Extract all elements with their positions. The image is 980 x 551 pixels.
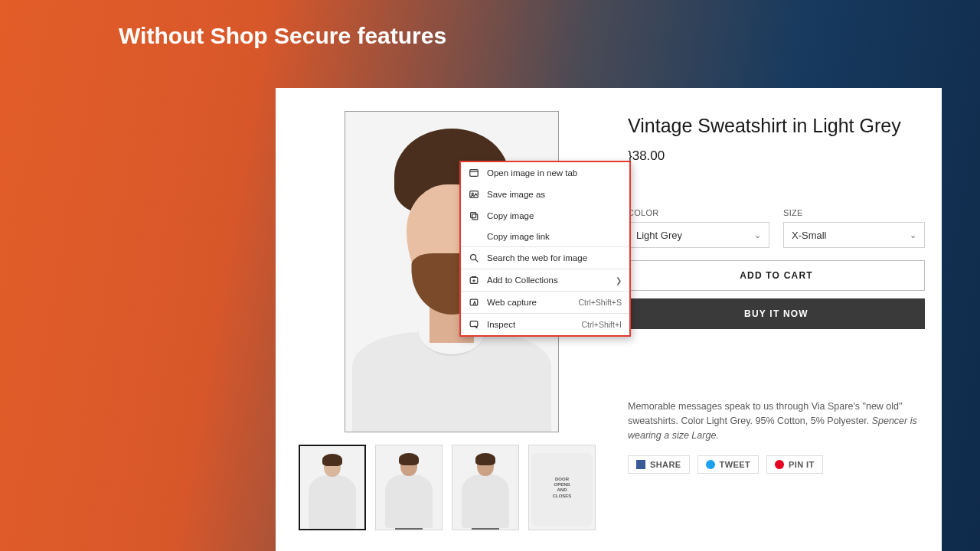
collections-icon	[469, 275, 479, 285]
thumbnail-row: DOOR OPENS AND CLOSES	[299, 445, 605, 530]
product-details: Vintage Sweatshirt in Light Grey }38.00 …	[628, 111, 925, 530]
search-icon	[469, 253, 479, 263]
social-share-row: SHARE TWEET PIN IT	[628, 455, 925, 474]
product-title: Vintage Sweatshirt in Light Grey	[628, 114, 925, 138]
ctx-copy-image-link-label: Copy image link	[487, 232, 622, 241]
svg-point-2	[472, 193, 473, 194]
thumbnail-2[interactable]	[375, 445, 443, 530]
ctx-web-capture-label: Web capture	[487, 298, 570, 307]
ctx-open-new-tab-label: Open image in new tab	[487, 168, 622, 178]
option-size-label: SIZE	[783, 208, 925, 217]
size-select-value: X-Small	[792, 230, 827, 241]
ctx-copy-image-link[interactable]: Copy image link	[461, 227, 629, 246]
svg-rect-3	[471, 213, 476, 218]
add-to-cart-button[interactable]: ADD TO CART	[628, 260, 925, 291]
svg-rect-8	[470, 321, 478, 327]
thumbnail-1[interactable]	[299, 445, 366, 530]
ctx-save-image-as-label: Save image as	[487, 190, 622, 199]
description-text: Memorable messages speak to us through V…	[628, 401, 902, 426]
product-price: }38.00	[628, 148, 925, 164]
svg-rect-4	[472, 214, 478, 220]
share-pinterest-button[interactable]: PIN IT	[766, 455, 823, 474]
ctx-add-to-collections-label: Add to Collections	[487, 276, 608, 285]
chevron-down-icon: ⌄	[754, 230, 761, 240]
size-select[interactable]: X-Small ⌄	[783, 222, 925, 248]
product-description: Memorable messages speak to us through V…	[628, 399, 925, 442]
ctx-web-capture[interactable]: Web capture Ctrl+Shift+S	[461, 292, 629, 313]
svg-point-5	[471, 255, 476, 260]
ctx-inspect-accel: Ctrl+Shift+I	[581, 320, 622, 329]
chevron-right-icon: ❯	[616, 276, 622, 285]
ctx-search-web[interactable]: Search the web for image	[461, 247, 629, 269]
ctx-open-new-tab[interactable]: Open image in new tab	[461, 162, 629, 184]
pin-label: PIN IT	[789, 460, 815, 469]
web-capture-icon	[469, 297, 479, 308]
ctx-save-image-as[interactable]: Save image as	[461, 184, 629, 205]
thumbnail-4[interactable]: DOOR OPENS AND CLOSES	[528, 445, 596, 530]
buy-now-button[interactable]: BUY IT NOW	[628, 298, 925, 329]
tweet-label: TWEET	[720, 460, 751, 469]
svg-rect-0	[470, 170, 479, 177]
thumbnail-4-text: DOOR OPENS AND CLOSES	[553, 477, 572, 499]
inspect-icon	[469, 319, 479, 330]
ctx-copy-image[interactable]: Copy image	[461, 205, 629, 227]
option-color-label: COLOR	[628, 208, 769, 217]
share-label: SHARE	[650, 460, 681, 469]
new-tab-icon	[469, 168, 479, 178]
image-context-menu: Open image in new tab Save image as Copy…	[459, 161, 631, 337]
image-icon	[469, 189, 479, 200]
chevron-down-icon: ⌄	[910, 230, 916, 240]
pinterest-icon	[775, 460, 784, 469]
ctx-inspect[interactable]: Inspect Ctrl+Shift+I	[461, 314, 629, 335]
option-size: SIZE X-Small ⌄	[783, 208, 925, 248]
ctx-add-to-collections[interactable]: Add to Collections ❯	[461, 269, 629, 291]
ctx-inspect-label: Inspect	[487, 320, 573, 329]
color-select-value: Light Grey	[636, 230, 682, 241]
twitter-icon	[706, 460, 715, 469]
copy-icon	[469, 210, 479, 221]
share-twitter-button[interactable]: TWEET	[697, 455, 760, 474]
slide-headline: Without Shop Secure features	[119, 23, 446, 49]
share-facebook-button[interactable]: SHARE	[628, 455, 690, 474]
facebook-icon	[636, 460, 645, 469]
thumbnail-3[interactable]	[452, 445, 519, 530]
option-color: COLOR Light Grey ⌄	[628, 208, 769, 248]
ctx-copy-image-label: Copy image	[487, 211, 622, 220]
ctx-web-capture-accel: Ctrl+Shift+S	[578, 298, 622, 307]
color-select[interactable]: Light Grey ⌄	[628, 222, 769, 248]
ctx-search-web-label: Search the web for image	[487, 253, 622, 262]
